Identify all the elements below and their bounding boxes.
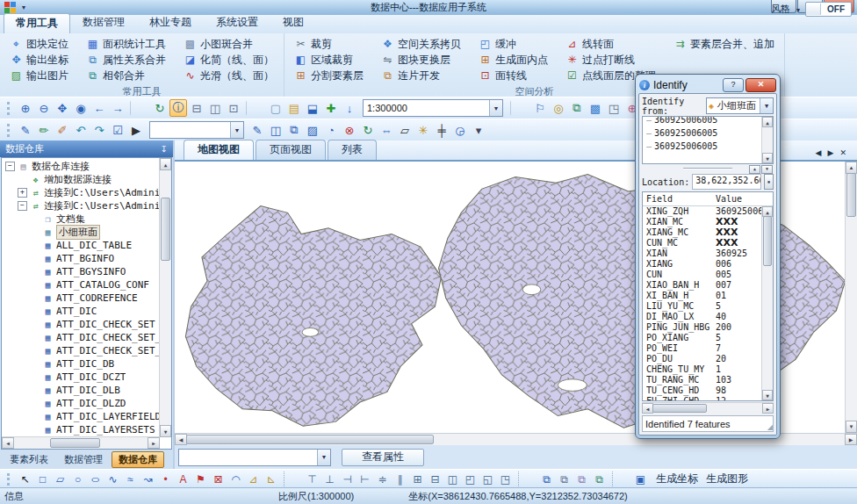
save-edit-icon[interactable]: ✏ <box>35 121 53 139</box>
tree-item[interactable]: ▦ ATT_DIC_DB <box>4 357 159 371</box>
same-width-icon[interactable]: ⊞ <box>410 472 425 486</box>
scroll-down-icon[interactable]: ▼ <box>160 425 171 437</box>
tree-item[interactable]: ▦ ATT_DIC_CHECK_SET_LIMIT <box>4 331 159 344</box>
map-tip-icon[interactable]: ⊟ <box>188 99 205 117</box>
ribbon-button[interactable]: ▩ 小图斑合并 <box>181 36 277 52</box>
tree-item[interactable]: ▦ ATT_DIC_DLZD <box>4 397 159 410</box>
image-tool-icon[interactable]: ▨ <box>304 121 321 139</box>
ribbon-button[interactable]: ❖ 空间关系拷贝 <box>378 36 464 52</box>
dialog-splitter[interactable]: ▲ ▼ <box>642 164 774 173</box>
ribbon-button[interactable]: ⧉ 相邻合并 <box>83 68 169 83</box>
draw-tool-button[interactable] <box>518 472 534 486</box>
draw-tool-button[interactable] <box>612 472 628 486</box>
scroll-right-icon[interactable]: ▶ <box>845 434 857 445</box>
pin-icon[interactable]: ↧ <box>161 144 168 154</box>
ribbon-tab[interactable]: 常用工具 <box>4 13 70 33</box>
map-vertical-scrollbar[interactable]: ▲ ▼ <box>845 162 857 433</box>
identify-layer-caret-icon[interactable]: ▼ <box>760 98 773 113</box>
table-row[interactable]: XING_ZQH 360925006005 <box>643 206 762 217</box>
refresh-icon[interactable]: ↻ <box>151 99 169 117</box>
scroll-left-icon[interactable]: ◀ <box>2 437 14 449</box>
ribbon-button[interactable]: ⧉ 属性关系合并 <box>83 52 169 68</box>
add-data-icon[interactable]: ✚ <box>322 99 340 117</box>
bring-to-front-icon[interactable]: ◰ <box>463 472 478 486</box>
circle-tool-icon[interactable]: ○ <box>70 472 85 486</box>
sidebar-tab[interactable]: 要素列表 <box>3 451 55 468</box>
magic-tool-icon[interactable]: ✳ <box>414 121 432 139</box>
tree-item[interactable]: + ⇄ 连接到C:\Users\Administrator\I <box>4 186 159 199</box>
ribbon-button[interactable]: ⇉ 要素层合并、追加 <box>671 36 777 52</box>
tree-expander-icon[interactable]: − <box>5 162 15 171</box>
subtract-layers-icon[interactable]: ⧉ <box>574 472 589 486</box>
ribbon-button[interactable]: ⌖ 图块定位 <box>7 36 71 52</box>
view-attributes-button[interactable]: 查看属性 <box>342 449 424 466</box>
zoom-in-icon[interactable]: ⊕ <box>17 99 34 117</box>
tree-item[interactable]: ▦ ATT_DIC_CHECK_SET_RULE <box>4 344 159 357</box>
reload-icon[interactable]: ↻ <box>359 121 377 139</box>
dropdown-caret-icon[interactable]: ▾ <box>470 121 487 139</box>
table-row[interactable]: XIANG_MC XXX <box>643 227 762 238</box>
align-center-icon[interactable]: ≑ <box>375 472 390 486</box>
align-left-icon[interactable]: ⊣ <box>340 472 355 486</box>
next-view-icon[interactable]: → <box>109 99 126 117</box>
tree-item[interactable]: ▦ ATT_CODREFENCE <box>4 292 159 305</box>
full-extent-icon[interactable]: ◉ <box>72 99 90 117</box>
pan-icon[interactable]: ✥ <box>54 99 71 117</box>
merge-layers-icon[interactable]: ⧉ <box>592 472 607 486</box>
tree-item[interactable]: ▦ ATT_DIC_DLB <box>4 384 159 397</box>
table-row[interactable]: CUN_MC XXX <box>643 238 762 248</box>
open-document-icon[interactable]: ▤ <box>285 99 303 117</box>
table-row[interactable]: XI_BAN_H 01 <box>643 291 762 301</box>
scrollbar-thumb[interactable] <box>846 173 856 217</box>
ribbon-button[interactable]: ✳ 过点打断线 <box>563 52 659 68</box>
reshape-tool-icon[interactable]: ▱ <box>396 121 414 139</box>
scroll-left-icon[interactable]: ◀ <box>175 434 187 445</box>
select-pointer-icon[interactable]: ▶ <box>127 121 145 139</box>
tree-expander-icon[interactable]: − <box>18 201 27 211</box>
ribbon-button[interactable]: ⧉ 连片开发 <box>378 68 464 83</box>
identify-icon[interactable]: ⓘ <box>169 99 187 117</box>
ribbon-button[interactable]: ∿ 光滑（线、面） <box>181 68 277 83</box>
attribute-table-icon[interactable]: ◫ <box>267 121 284 139</box>
feature-list-item[interactable]: – 360925006005 <box>646 126 761 140</box>
scroll-right-icon[interactable]: ▶ <box>148 437 160 449</box>
align-bottom-icon[interactable]: ⊥ <box>322 472 337 486</box>
feature-list-item[interactable]: – 360925006005 <box>646 116 761 126</box>
view-tab[interactable]: 列表 <box>328 140 377 160</box>
select-by-graphic-icon[interactable]: ⚐ <box>531 99 549 117</box>
scrollbar-thumb[interactable] <box>763 216 772 266</box>
tree-item[interactable]: ▦ ATT_BGINFO <box>4 252 159 265</box>
tree-item[interactable]: ▦ ATT_BGYSINFO <box>4 265 159 278</box>
edit-layer-caret-icon[interactable]: ▼ <box>230 122 243 138</box>
feature-list-scrollbar[interactable]: ▲ ▼ <box>761 117 773 163</box>
table-row[interactable]: FU_ZHI_CHD 12 <box>643 396 762 400</box>
zoom-out-icon[interactable]: ⊖ <box>35 99 53 117</box>
more-tools-dropdown-icon[interactable]: ◶ <box>451 121 469 139</box>
toolbar-button[interactable] <box>130 100 148 116</box>
table-row[interactable]: TU_RANG_MC 103 <box>643 375 762 385</box>
scale-combobox[interactable]: 1:300000 ▼ <box>363 99 503 117</box>
table-row[interactable]: XIAN_MC XXX <box>643 217 762 227</box>
table-row[interactable]: XIAO_BAN_H 007 <box>643 280 762 291</box>
tab-close-icon[interactable]: ✕ <box>839 148 846 157</box>
point-tool-icon[interactable]: • <box>158 472 173 486</box>
attribute-combobox[interactable]: ▼ <box>178 449 331 466</box>
ribbon-button[interactable]: ✂ 裁剪 <box>292 36 366 52</box>
overview-window-icon[interactable]: ◫ <box>206 99 224 117</box>
feature-list-item[interactable]: – 360925006005 <box>646 140 761 153</box>
send-to-back-icon[interactable]: ◱ <box>480 472 495 486</box>
distribute-horizontal-icon[interactable]: ∥ <box>392 472 407 486</box>
tree-expander-icon[interactable]: + <box>18 188 27 198</box>
polyline-tool-icon[interactable]: ∿ <box>105 472 120 486</box>
tab-scroll-left-icon[interactable]: ◀ <box>816 148 822 157</box>
ribbon-button[interactable]: ⊞ 生成面内点 <box>476 52 551 68</box>
scroll-right-icon[interactable]: ▶ <box>762 403 774 414</box>
tree-item[interactable]: ▦ ATT_DIC_LAYERSETS <box>4 423 159 436</box>
dialog-help-button[interactable]: ? <box>723 78 744 92</box>
tree-item[interactable]: ▦ ATT_DIC_CHECK_SET <box>4 318 159 331</box>
same-height-icon[interactable]: ⊟ <box>428 472 443 486</box>
scale-dropdown-caret-icon[interactable]: ▼ <box>489 100 502 116</box>
split-line-tool-icon[interactable]: ╪ <box>433 121 450 139</box>
delete-feature-icon[interactable]: ⊗ <box>341 121 358 139</box>
scroll-up-icon[interactable]: ▲ <box>160 158 171 170</box>
